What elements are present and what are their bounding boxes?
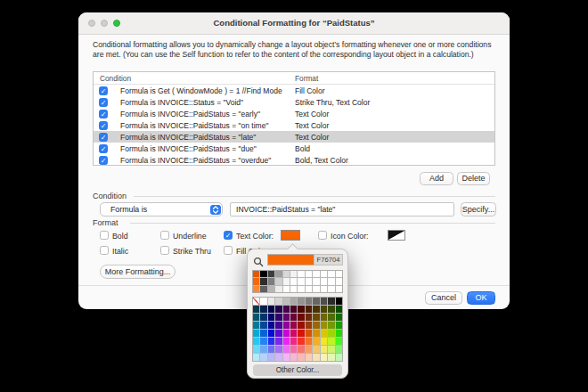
row-enabled-checkbox[interactable]: ✓ [99,133,108,142]
row-enabled-checkbox[interactable]: ✓ [99,86,108,95]
color-swatch[interactable] [260,338,266,345]
magnifier-icon[interactable] [253,255,264,265]
color-swatch[interactable] [336,298,342,305]
strike-thru-checkbox[interactable] [160,246,169,255]
color-swatch[interactable] [313,346,319,353]
color-swatch[interactable] [298,314,304,321]
add-button[interactable]: Add [420,172,453,185]
specify-button[interactable]: Specify... [461,202,496,216]
more-formatting-button[interactable]: More Formatting... [100,265,176,279]
color-swatch[interactable] [260,314,266,321]
color-swatch[interactable] [336,314,342,321]
color-swatch[interactable] [306,278,312,284]
color-swatch[interactable] [253,346,259,353]
color-swatch[interactable] [321,278,327,284]
color-swatch[interactable] [313,298,319,305]
color-swatch[interactable] [336,306,342,313]
color-swatch[interactable] [321,271,327,277]
color-swatch[interactable] [328,278,334,284]
color-swatch[interactable] [313,306,319,313]
color-swatch[interactable] [283,298,290,305]
color-swatch[interactable] [290,306,297,313]
color-swatch[interactable] [306,330,312,337]
underline-checkbox[interactable] [160,231,169,240]
italic-checkbox[interactable] [100,246,109,255]
delete-button[interactable]: Delete [457,172,490,185]
color-swatch[interactable] [268,330,274,337]
bold-checkbox[interactable] [100,231,109,240]
color-swatch[interactable] [306,306,312,313]
color-swatch[interactable] [328,330,334,337]
color-swatch[interactable] [336,338,342,345]
color-swatch[interactable] [275,354,282,361]
color-swatch[interactable] [275,298,282,305]
color-swatch[interactable] [328,298,334,305]
row-enabled-checkbox[interactable]: ✓ [99,98,108,107]
color-swatch[interactable] [283,286,290,292]
color-swatch[interactable] [328,286,334,292]
condition-list-row[interactable]: ✓Formula is INVOICE::PaidStatus = "overd… [94,154,494,166]
color-swatch[interactable] [260,278,266,284]
color-swatch[interactable] [328,346,334,353]
other-color-button[interactable]: Other Color... [253,364,342,376]
row-enabled-checkbox[interactable]: ✓ [99,156,108,165]
color-swatch[interactable] [275,286,282,292]
color-swatch[interactable] [306,286,312,292]
color-swatch[interactable] [298,322,304,329]
color-swatch[interactable] [283,278,290,284]
color-swatch[interactable] [313,314,319,321]
color-swatch[interactable] [253,278,259,284]
color-swatch[interactable] [321,322,327,329]
color-swatch[interactable] [275,314,282,321]
color-swatch[interactable] [321,306,327,313]
color-swatch[interactable] [260,298,266,305]
color-swatch[interactable] [306,322,312,329]
color-swatch[interactable] [268,354,274,361]
text-color-swatch[interactable] [281,230,300,241]
color-swatch[interactable] [268,306,274,313]
color-swatch[interactable] [306,271,312,277]
color-swatch[interactable] [253,338,259,345]
color-swatch[interactable] [283,322,290,329]
color-swatch[interactable] [268,278,274,284]
color-swatch[interactable] [268,271,274,277]
color-swatch[interactable] [283,306,290,313]
color-swatch[interactable] [321,338,327,345]
color-swatch[interactable] [298,338,304,345]
color-swatch[interactable] [313,330,319,337]
color-swatch[interactable] [313,286,319,292]
color-swatch[interactable] [253,330,259,337]
condition-list-row[interactable]: ✓Formula is INVOICE::PaidStatus = "on ti… [94,119,494,131]
color-swatch[interactable] [290,286,297,292]
color-swatch[interactable] [298,330,304,337]
color-swatch[interactable] [275,346,282,353]
row-enabled-checkbox[interactable]: ✓ [99,110,108,118]
color-swatch[interactable] [321,298,327,305]
color-swatch[interactable] [306,314,312,321]
color-swatch[interactable] [253,322,259,329]
color-swatch[interactable] [313,338,319,345]
color-swatch[interactable] [328,338,334,345]
color-swatch[interactable] [290,330,297,337]
icon-color-swatch[interactable] [388,230,405,241]
color-swatch[interactable] [260,330,266,337]
zoom-button[interactable] [113,20,120,27]
color-swatch[interactable] [290,346,297,353]
color-swatch[interactable] [268,286,274,292]
color-swatch[interactable] [298,271,304,277]
color-swatch[interactable] [298,354,304,361]
color-swatch[interactable] [328,354,334,361]
color-swatch[interactable] [306,354,312,361]
color-swatch[interactable] [336,330,342,337]
color-swatch[interactable] [298,298,304,305]
color-swatch[interactable] [283,271,290,277]
condition-list-row[interactable]: ✓Formula is INVOICE::PaidStatus = "due"B… [94,143,494,154]
fill-color-checkbox[interactable] [224,246,233,255]
color-swatch[interactable] [313,354,319,361]
color-swatch[interactable] [275,306,282,313]
color-swatch[interactable] [283,338,290,345]
cancel-button[interactable]: Cancel [425,291,462,305]
current-color-swatch[interactable] [267,254,316,265]
color-swatch[interactable] [290,338,297,345]
color-swatch[interactable] [328,306,334,313]
